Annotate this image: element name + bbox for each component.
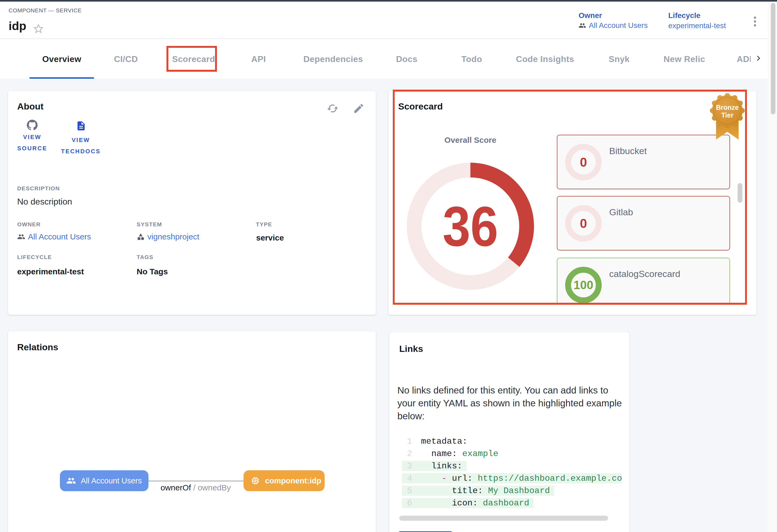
svg-text:Bronze: Bronze (716, 104, 739, 111)
svg-text:Tier: Tier (721, 111, 734, 119)
